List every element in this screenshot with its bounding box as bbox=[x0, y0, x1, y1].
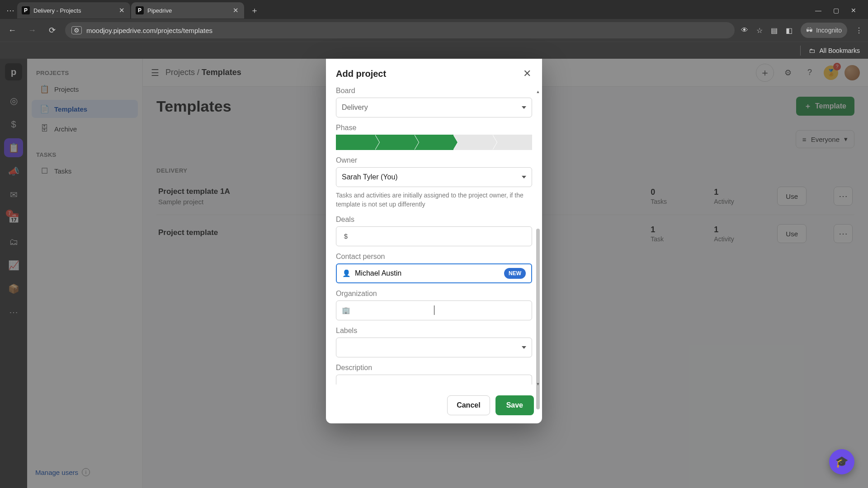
board-select[interactable]: Delivery bbox=[336, 98, 532, 117]
kebab-menu-icon[interactable]: ⋮ bbox=[855, 26, 863, 35]
owner-help-text: Tasks and activities are initially assig… bbox=[336, 191, 532, 209]
site-settings-icon[interactable]: ⚙ bbox=[71, 26, 82, 34]
chevron-down-icon bbox=[522, 346, 526, 349]
minimize-icon[interactable]: — bbox=[815, 7, 821, 14]
contact-input[interactable]: 👤 Michael Austin NEW bbox=[336, 263, 532, 283]
window-controls: — ▢ ✕ bbox=[815, 7, 864, 14]
modal-body: Board Delivery Phase Owner Sarah Tyler (… bbox=[326, 87, 542, 389]
building-icon: 🏢 bbox=[342, 306, 350, 314]
contact-value: Michael Austin bbox=[355, 269, 401, 277]
label-board: Board bbox=[336, 87, 532, 95]
description-input[interactable] bbox=[336, 375, 532, 385]
favicon-icon: P bbox=[22, 6, 30, 14]
scroll-down-icon[interactable]: ▼ bbox=[535, 381, 541, 387]
chevron-down-icon bbox=[522, 176, 526, 178]
new-badge: NEW bbox=[504, 268, 526, 279]
label-deals: Deals bbox=[336, 216, 532, 224]
phase-step-1[interactable] bbox=[336, 135, 375, 150]
tab-title: Delivery - Projects bbox=[33, 7, 114, 14]
new-tab-button[interactable]: ＋ bbox=[248, 4, 261, 17]
save-label: Save bbox=[506, 401, 523, 409]
favicon-icon: P bbox=[136, 6, 144, 14]
board-value: Delivery bbox=[342, 103, 368, 112]
toolbar-right: 👁 ☆ ▤ ◧ 🕶 Incognito ⋮ bbox=[741, 23, 863, 38]
label-phase: Phase bbox=[336, 124, 532, 132]
owner-value: Sarah Tyler (You) bbox=[342, 173, 398, 181]
maximize-icon[interactable]: ▢ bbox=[833, 7, 839, 14]
incognito-chip[interactable]: 🕶 Incognito bbox=[801, 23, 847, 38]
panel-icon[interactable]: ◧ bbox=[786, 26, 793, 35]
address-bar[interactable]: ⚙ moodjoy.pipedrive.com/projects/templat… bbox=[65, 22, 735, 38]
separator bbox=[800, 46, 801, 56]
back-button[interactable]: ← bbox=[5, 23, 19, 37]
person-icon: 👤 bbox=[342, 269, 350, 277]
tab-search-button[interactable]: ⋯ bbox=[4, 4, 17, 17]
phase-step-2[interactable] bbox=[375, 135, 415, 150]
tab-strip: ⋯ P Delivery - Projects ✕ P Pipedrive ✕ … bbox=[0, 0, 868, 19]
label-contact: Contact person bbox=[336, 253, 532, 261]
label-owner: Owner bbox=[336, 156, 532, 164]
forward-button[interactable]: → bbox=[25, 23, 39, 37]
organization-input[interactable]: 🏢 bbox=[336, 300, 532, 320]
help-fab[interactable]: 🎓 bbox=[829, 449, 854, 474]
save-button[interactable]: Save bbox=[495, 395, 534, 415]
browser-toolbar: ← → ⟳ ⚙ moodjoy.pipedrive.com/projects/t… bbox=[0, 19, 868, 42]
phase-step-3[interactable] bbox=[415, 135, 454, 150]
app-wrap: p ◎ $ 📋 📣 ✉ 7📅 🗂 📈 📦 ⋯ PROJECTS 📋 Projec… bbox=[0, 59, 868, 488]
scroll-up-icon[interactable]: ▲ bbox=[535, 89, 541, 95]
playlist-icon[interactable]: ▤ bbox=[771, 26, 778, 35]
close-icon[interactable]: ✕ bbox=[520, 67, 534, 80]
url-text: moodjoy.pipedrive.com/projects/templates bbox=[86, 27, 212, 34]
phase-selector[interactable] bbox=[336, 135, 532, 150]
tab-title: Pipedrive bbox=[147, 7, 228, 14]
eye-off-icon[interactable]: 👁 bbox=[741, 26, 748, 34]
modal-title: Add project bbox=[336, 69, 386, 79]
folder-icon: 🗀 bbox=[809, 47, 815, 54]
deal-icon: $ bbox=[342, 232, 350, 240]
incognito-icon: 🕶 bbox=[806, 27, 812, 34]
incognito-label: Incognito bbox=[816, 27, 842, 34]
chevron-down-icon bbox=[522, 106, 526, 109]
reload-button[interactable]: ⟳ bbox=[45, 23, 59, 37]
bookmarks-bar: 🗀 All Bookmarks bbox=[0, 42, 868, 59]
label-description: Description bbox=[336, 364, 532, 372]
close-icon[interactable]: ✕ bbox=[231, 6, 240, 14]
label-organization: Organization bbox=[336, 290, 532, 298]
text-cursor bbox=[434, 305, 434, 315]
modal-header: Add project ✕ bbox=[326, 59, 542, 87]
browser-chrome: ⋯ P Delivery - Projects ✕ P Pipedrive ✕ … bbox=[0, 0, 868, 59]
phase-step-4[interactable] bbox=[453, 135, 493, 150]
all-bookmarks-link[interactable]: All Bookmarks bbox=[820, 47, 860, 54]
modal-scrollbar[interactable]: ▲ ▼ bbox=[535, 89, 541, 387]
tab-pipedrive[interactable]: P Pipedrive ✕ bbox=[131, 2, 244, 19]
cancel-label: Cancel bbox=[457, 401, 480, 409]
phase-step-5[interactable] bbox=[493, 135, 532, 150]
cancel-button[interactable]: Cancel bbox=[447, 395, 490, 415]
tab-delivery-projects[interactable]: P Delivery - Projects ✕ bbox=[17, 2, 130, 19]
bookmark-star-icon[interactable]: ☆ bbox=[756, 26, 763, 35]
deals-input[interactable]: $ bbox=[336, 226, 532, 246]
close-window-icon[interactable]: ✕ bbox=[851, 7, 856, 14]
close-icon[interactable]: ✕ bbox=[118, 6, 126, 14]
add-project-modal: Add project ✕ Board Delivery Phase Owne bbox=[326, 59, 542, 423]
label-labels: Labels bbox=[336, 327, 532, 335]
labels-select[interactable] bbox=[336, 338, 532, 357]
owner-select[interactable]: Sarah Tyler (You) bbox=[336, 167, 532, 187]
modal-footer: Cancel Save bbox=[326, 389, 542, 423]
